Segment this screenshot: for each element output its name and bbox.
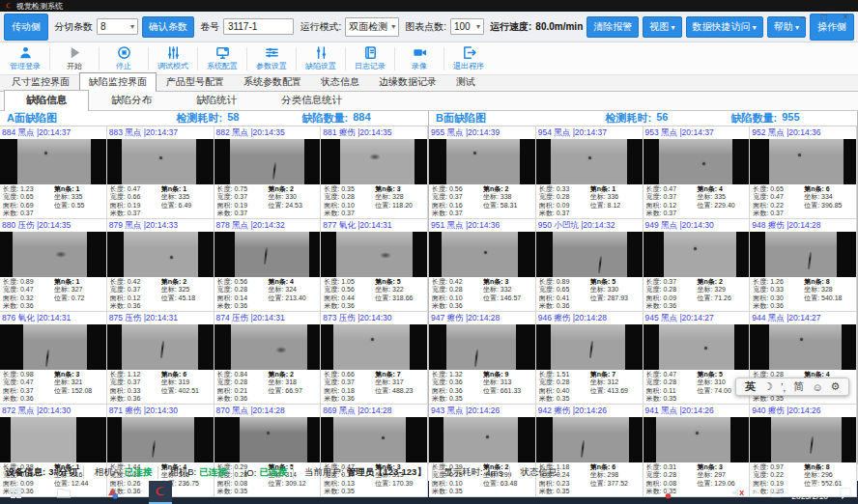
- ime-settings-gear-icon[interactable]: ⚙: [831, 380, 841, 393]
- tab-2[interactable]: 产品型号配置: [157, 72, 234, 91]
- tray-expand-caret[interactable]: ^: [719, 488, 723, 497]
- defect-info: 长度:0.75宽度:0.37面积:0.19米数:0.37第n条:2坐标:330位…: [214, 184, 321, 218]
- info-right-column: 第n条:5坐标:322位置:318.66: [375, 278, 424, 310]
- defect-info: 长度:0.35宽度:0.28面积:0.10米数:0.37第n条:3坐标:328位…: [321, 184, 427, 218]
- defect-cell[interactable]: 955 黑点 |20:14:39长度:0.56宽度:0.37面积:0.16米数:…: [429, 126, 536, 219]
- subtab-0[interactable]: 缺陷信息: [4, 90, 89, 111]
- confirm-slit-button[interactable]: 确认条数: [142, 16, 194, 38]
- action-tune-button[interactable]: 调试模式: [151, 45, 195, 71]
- info-value: 6: [612, 463, 615, 471]
- info-label: 第n条:: [54, 371, 74, 378]
- info-row: 面积:0.13: [324, 480, 373, 488]
- defect-cell[interactable]: 882 黑点 |20:14:35长度:0.75宽度:0.37面积:0.19米数:…: [214, 126, 322, 219]
- defect-cell[interactable]: 875 压伤 |20:14:31长度:1.12宽度:0.37面积:0.33米数:…: [107, 312, 214, 405]
- tab-6[interactable]: 测试: [446, 72, 485, 91]
- action-sliders-button[interactable]: 参数设置: [249, 45, 294, 71]
- ime-simplified-toggle[interactable]: 简: [793, 379, 804, 394]
- start-button[interactable]: [4, 481, 27, 504]
- ime-punctuation-toggle[interactable]: ’,: [781, 381, 786, 393]
- defect-cell[interactable]: 874 压伤 |20:14:31长度:0.84宽度:0.28面积:0.21米数:…: [214, 312, 322, 405]
- maximize-button[interactable]: □: [821, 13, 827, 22]
- defect-cell[interactable]: 883 黑点 |20:14:37长度:0.47宽度:0.66面积:0.19米数:…: [107, 126, 214, 219]
- info-row: 宽度:0.28: [646, 286, 696, 294]
- run-mode-select[interactable]: 双面检测: [345, 17, 399, 37]
- info-row: 位置:71.26: [697, 294, 746, 302]
- defect-cell[interactable]: 884 黑点 |20:14:37长度:1.23宽度:0.65面积:0.69米数:…: [0, 126, 107, 219]
- defect-cell[interactable]: 877 氧化 |20:14:31长度:1.05宽度:0.56面积:0.44米数:…: [321, 219, 428, 312]
- tab-5[interactable]: 边缘数据记录: [369, 72, 446, 91]
- subtab-3[interactable]: 分类信息统计: [259, 90, 364, 110]
- view-menu-button[interactable]: 视图: [643, 16, 681, 38]
- defect-cell[interactable]: 878 黑点 |20:14:32长度:0.56宽度:0.28面积:0.14米数:…: [214, 219, 322, 312]
- action-monitor-button[interactable]: 系统配置: [200, 45, 244, 71]
- detection-app-button[interactable]: [149, 481, 172, 504]
- slit-count-select[interactable]: 8: [97, 18, 138, 35]
- speed-label: 运行速度:: [490, 20, 531, 34]
- defect-cell[interactable]: 954 黑点 |20:14:37长度:0.33宽度:0.28面积:0.09米数:…: [536, 126, 644, 219]
- subtab-1[interactable]: 缺陷分布: [89, 90, 174, 110]
- defect-cell[interactable]: 881 擦伤 |20:14:35长度:0.35宽度:0.28面积:0.10米数:…: [321, 126, 428, 219]
- pinned-app-button[interactable]: [100, 481, 124, 504]
- close-button[interactable]: ×: [843, 13, 848, 22]
- defect-cell[interactable]: 869 黑点 |20:14:28长度:0.47宽度:0.37面积:0.13米数:…: [321, 405, 428, 497]
- defect-cell[interactable]: 870 黑点 |20:14:28长度:0.29宽度:0.28面积:0.08米数:…: [214, 405, 322, 497]
- tab-1[interactable]: 缺陷监控界面: [79, 72, 157, 92]
- volume-muted-button[interactable]: [731, 488, 744, 498]
- ime-lang-toggle[interactable]: 英: [745, 379, 756, 394]
- roll-number-input[interactable]: 3117-1: [223, 18, 295, 35]
- defect-cell[interactable]: 950 小凹坑 |20:14:32长度:0.89宽度:0.65面积:0.41米数…: [536, 219, 644, 312]
- drive-side-button[interactable]: 传动侧: [4, 14, 48, 41]
- defect-cell[interactable]: 945 黑点 |20:14:27长度:0.47宽度:0.28面积:0.11米数:…: [644, 312, 751, 405]
- info-value: 0.37: [234, 210, 247, 217]
- defect-cell[interactable]: 946 擦伤 |20:14:28长度:1.51宽度:0.28面积:0.40米数:…: [536, 312, 644, 405]
- defect-cell[interactable]: 876 氧化 |20:14:31长度:0.98宽度:0.47面积:0.37米数:…: [0, 312, 107, 405]
- tab-3[interactable]: 系统参数配置: [234, 72, 311, 91]
- info-left-column: 长度:0.33宽度:0.28面积:0.09米数:0.37: [539, 185, 588, 217]
- defect-cell[interactable]: 943 黑点 |20:14:26长度:0.39宽度:0.28面积:0.10米数:…: [429, 405, 536, 497]
- defect-cell[interactable]: 947 擦伤 |20:14:28长度:1.32宽度:0.36面积:0.36米数:…: [429, 312, 536, 405]
- user-icon: [18, 45, 33, 60]
- file-explorer-button[interactable]: [52, 481, 75, 504]
- defect-cell[interactable]: 879 黑点 |20:14:33长度:0.42宽度:0.37面积:0.12米数:…: [107, 219, 214, 312]
- info-label: 位置:: [590, 202, 606, 210]
- defect-cell[interactable]: 880 压伤 |20:14:35长度:0.89宽度:0.47面积:0.32米数:…: [0, 219, 107, 312]
- defect-image: [321, 232, 427, 277]
- chart-points-select[interactable]: 100: [450, 18, 484, 35]
- action-center-icon[interactable]: [839, 487, 852, 499]
- action-stop-button[interactable]: 停止: [101, 45, 146, 71]
- defect-cell[interactable]: 953 黑点 |20:14:37长度:0.47宽度:0.37面积:0.12米数:…: [644, 126, 751, 219]
- taskbar-clock[interactable]: 20:14 2025/2/10: [791, 483, 828, 502]
- action-filters-button[interactable]: 缺陷设置: [299, 45, 343, 71]
- quick-access-menu-button[interactable]: 数据快捷访问: [686, 16, 763, 38]
- weather-tray-item[interactable]: 气温下降: [664, 487, 710, 499]
- touch-keyboard-icon[interactable]: [770, 488, 783, 498]
- tab-4[interactable]: 状态信息: [311, 72, 369, 91]
- minimize-button[interactable]: –: [801, 13, 807, 22]
- info-label: 坐标:: [590, 378, 606, 386]
- ime-halfwidth-moon-icon[interactable]: ☽: [763, 380, 773, 393]
- tab-0[interactable]: 尺寸监控界面: [2, 72, 79, 91]
- ime-emoji-icon[interactable]: ☺: [812, 381, 822, 393]
- defect-cell[interactable]: 951 黑点 |20:14:36长度:0.42宽度:0.28面积:0.10米数:…: [429, 219, 536, 312]
- action-exit-button[interactable]: 退出程序: [446, 45, 491, 71]
- action-camera-button[interactable]: 录像: [397, 45, 442, 71]
- clear-alarm-button[interactable]: 清除报警: [586, 16, 639, 38]
- panel-detect-time: 检测耗时:56: [606, 111, 731, 126]
- info-label: 米数:: [324, 488, 339, 495]
- subtab-2[interactable]: 缺陷统计: [174, 90, 259, 110]
- defect-cell[interactable]: 942 擦伤 |20:14:26长度:1.18宽度:0.24面积:0.23米数:…: [536, 405, 644, 497]
- defect-subtabs: 缺陷信息缺陷分布缺陷统计分类信息统计: [0, 92, 858, 111]
- action-journal-button[interactable]: 日志记录: [348, 45, 392, 71]
- info-label: 位置:: [697, 387, 712, 395]
- defect-cell[interactable]: 948 擦伤 |20:14:28长度:1.26宽度:0.33面积:0.30米数:…: [750, 219, 857, 312]
- info-value: 336: [608, 193, 619, 201]
- action-play-button[interactable]: 开始: [52, 45, 97, 71]
- ime-language-indicator[interactable]: 英: [753, 487, 761, 499]
- defect-cell[interactable]: 949 黑点 |20:14:30长度:0.37宽度:0.28面积:0.09米数:…: [644, 219, 751, 312]
- info-value: 8: [826, 463, 830, 471]
- defect-image: [536, 417, 643, 462]
- defect-cell[interactable]: 873 压伤 |20:14:30长度:0.66宽度:0.37面积:0.18米数:…: [321, 312, 428, 405]
- info-value: 0.14: [234, 294, 247, 302]
- defect-cell[interactable]: 952 黑点 |20:14:36长度:0.65宽度:0.47面积:0.22米数:…: [750, 126, 857, 219]
- action-user-button[interactable]: 管理登录: [3, 45, 47, 71]
